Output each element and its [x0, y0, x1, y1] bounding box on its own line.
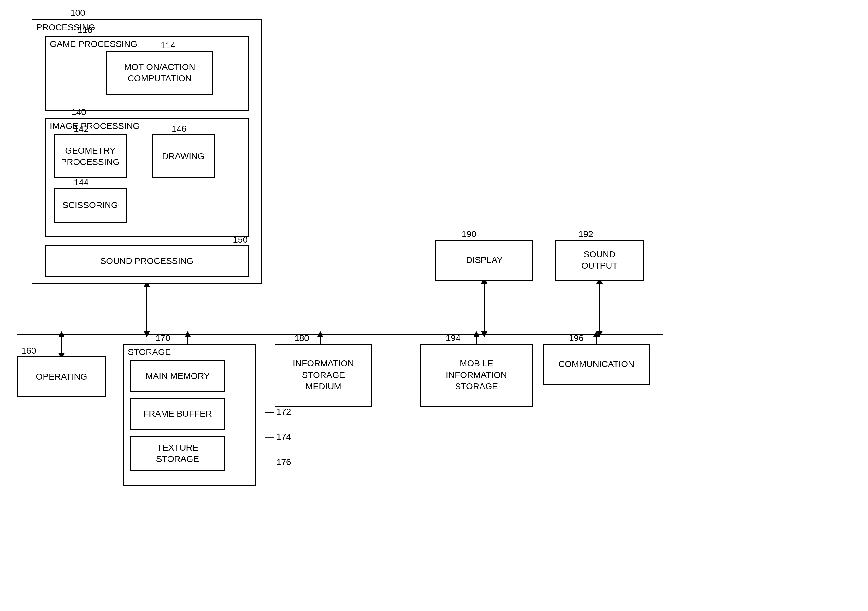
- sound-output-label: SOUNDOUTPUT: [581, 249, 617, 272]
- svg-marker-8: [184, 331, 191, 337]
- ref-172: — 172: [265, 407, 291, 417]
- ref-174: — 174: [265, 432, 291, 442]
- ref-114: 114: [161, 40, 175, 50]
- game-processing-box: GAME PROCESSING 110 MOTION/ACTIONCOMPUTA…: [45, 36, 249, 111]
- svg-marker-11: [317, 331, 323, 337]
- svg-marker-18: [596, 331, 603, 337]
- sound-output-box: SOUNDOUTPUT 192: [555, 240, 644, 281]
- ref-180: 180: [294, 333, 309, 343]
- scissoring-box: SCISSORING 144: [54, 188, 127, 223]
- texture-storage-box: TEXTURESTORAGE: [130, 436, 225, 471]
- information-storage-box: INFORMATIONSTORAGEMEDIUM 180: [274, 343, 372, 407]
- ref-146: 146: [172, 124, 186, 134]
- frame-buffer-label: FRAME BUFFER: [143, 408, 212, 420]
- svg-marker-23: [593, 331, 600, 337]
- svg-marker-3: [144, 331, 150, 337]
- drawing-box: DRAWING 146: [152, 134, 215, 178]
- image-processing-label: IMAGE PROCESSING: [50, 121, 140, 131]
- operating-label: OPERATING: [36, 371, 87, 382]
- display-label: DISPLAY: [466, 254, 503, 266]
- diagram: PROCESSING 100 GAME PROCESSING 110 MOTIO…: [0, 0, 868, 611]
- svg-marker-15: [481, 331, 487, 337]
- storage-label: STORAGE: [128, 347, 171, 357]
- texture-storage-label: TEXTURESTORAGE: [156, 442, 199, 465]
- ref-160: 160: [22, 346, 36, 356]
- ref-100: 100: [70, 8, 85, 18]
- geometry-processing-label: GEOMETRYPROCESSING: [61, 145, 120, 168]
- communication-label: COMMUNICATION: [558, 359, 634, 370]
- mobile-information-box: MOBILEINFORMATIONSTORAGE 194: [420, 343, 533, 407]
- frame-buffer-box: FRAME BUFFER: [130, 398, 225, 430]
- mobile-information-label: MOBILEINFORMATIONSTORAGE: [446, 358, 507, 392]
- drawing-label: DRAWING: [162, 151, 205, 162]
- ref-190: 190: [462, 229, 476, 239]
- sound-processing-box: SOUND PROCESSING 150: [45, 245, 249, 277]
- ref-196: 196: [569, 333, 584, 343]
- display-box: DISPLAY 190: [436, 240, 533, 281]
- motion-action-box: MOTION/ACTIONCOMPUTATION 114: [106, 51, 213, 95]
- game-processing-label: GAME PROCESSING: [50, 39, 137, 49]
- communication-box: COMMUNICATION 196: [543, 343, 650, 385]
- ref-150: 150: [233, 235, 248, 245]
- processing-box: PROCESSING 100 GAME PROCESSING 110 MOTIO…: [31, 19, 262, 284]
- motion-action-label: MOTION/ACTIONCOMPUTATION: [124, 62, 195, 85]
- svg-marker-5: [58, 331, 65, 337]
- ref-176: — 176: [265, 457, 291, 467]
- main-memory-label: MAIN MEMORY: [146, 370, 209, 382]
- scissoring-label: SCISSORING: [62, 200, 118, 211]
- main-memory-box: MAIN MEMORY: [130, 360, 225, 392]
- ref-144: 144: [74, 178, 89, 187]
- geometry-processing-box: GEOMETRYPROCESSING 142: [54, 134, 127, 178]
- ref-140: 140: [71, 107, 86, 117]
- storage-box: STORAGE 170 MAIN MEMORY FRAME BUFFER TEX…: [123, 343, 256, 486]
- ref-142: 142: [74, 124, 89, 134]
- ref-194: 194: [446, 333, 461, 343]
- ref-170: 170: [155, 333, 170, 343]
- sound-processing-label: SOUND PROCESSING: [100, 255, 194, 267]
- svg-marker-20: [473, 331, 480, 337]
- ref-192: 192: [578, 229, 593, 239]
- ref-110: 110: [78, 25, 93, 35]
- operating-box: OPERATING 160: [17, 356, 106, 397]
- information-storage-label: INFORMATIONSTORAGEMEDIUM: [293, 358, 354, 392]
- image-processing-box: IMAGE PROCESSING 140 GEOMETRYPROCESSING …: [45, 118, 249, 237]
